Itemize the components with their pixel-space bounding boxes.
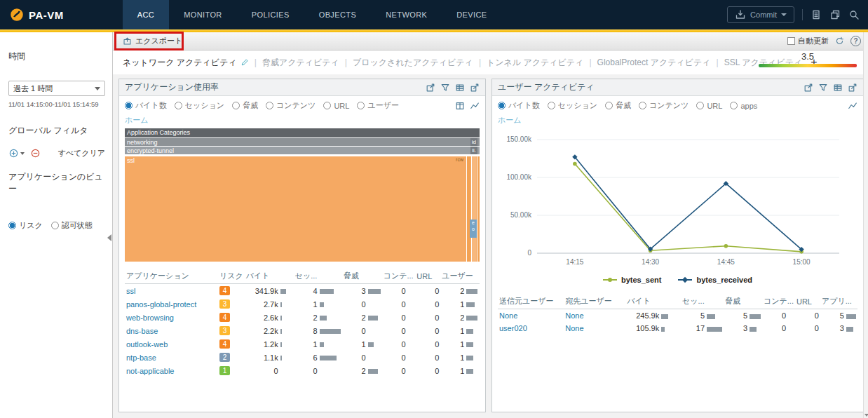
time-range-select[interactable]: 過去 1 時間 xyxy=(8,81,105,96)
app-metric-radio[interactable]: URL xyxy=(323,102,349,110)
sidebar-collapse-handle[interactable] xyxy=(107,234,111,241)
column-header[interactable]: コンテ... xyxy=(762,294,795,309)
nav-item-monitor[interactable]: MONITOR xyxy=(169,0,237,29)
column-header[interactable]: セッ... xyxy=(681,294,724,309)
treemap-sliver[interactable]: e o xyxy=(470,220,477,238)
app-metric-radio[interactable]: バイト数 xyxy=(125,100,167,111)
metric-cell: 245.9k xyxy=(625,309,681,323)
table-view-icon[interactable] xyxy=(833,83,843,93)
table-view-icon[interactable] xyxy=(455,83,465,93)
refresh-icon[interactable] xyxy=(835,36,844,46)
app-link[interactable]: ssl xyxy=(126,287,135,295)
user-metric-radio[interactable]: 脅威 xyxy=(605,100,631,111)
metric-value: 2 xyxy=(295,314,318,322)
acc-tab-1[interactable]: ネットワーク アクティビティ xyxy=(123,57,249,69)
app-metric-radio[interactable]: ユーザー xyxy=(357,100,399,111)
line-chart-svg: 050.00k100.00k150.00k14:1514:3014:4515:0… xyxy=(496,131,850,271)
nav-item-policies[interactable]: POLICIES xyxy=(237,0,304,29)
jump-to-logs-icon[interactable] xyxy=(426,83,435,93)
user-metric-radio[interactable]: コンテンツ xyxy=(639,100,689,111)
column-header[interactable]: 宛先ユーザー xyxy=(564,294,625,309)
remove-filter-button[interactable] xyxy=(25,148,41,159)
user-metric-radio[interactable]: URL xyxy=(696,102,722,110)
app-link[interactable]: web-browsing xyxy=(126,314,174,322)
application-treemap[interactable]: Application Categories networking id enc… xyxy=(125,128,480,262)
source-user-link[interactable]: None xyxy=(499,311,517,320)
destination-user-link[interactable]: None xyxy=(565,324,583,332)
filter-funnel-icon[interactable] xyxy=(818,83,828,93)
app-metric-radio[interactable]: 脅威 xyxy=(232,100,258,111)
acc-tab-2[interactable]: 脅威アクティビティ xyxy=(262,57,339,69)
treemap-sliver[interactable] xyxy=(477,156,480,262)
panels-area: アプリケーション使用率 バイト数セッション脅威コンテンツURLユーザー xyxy=(113,74,868,418)
sanctioned-radio[interactable]: 認可状態 xyxy=(51,220,93,231)
column-header[interactable]: コンテ... xyxy=(382,269,416,284)
column-header[interactable]: セッ... xyxy=(294,269,342,284)
column-header[interactable]: リスク xyxy=(218,269,245,284)
source-user-link[interactable]: user020 xyxy=(499,324,527,332)
jump-to-logs-icon[interactable] xyxy=(803,83,813,93)
open-in-window-icon[interactable] xyxy=(470,83,480,93)
treemap-sliver[interactable] xyxy=(466,156,470,262)
column-header[interactable]: バイト xyxy=(625,294,681,309)
chart-toggle-icon[interactable] xyxy=(470,101,480,111)
breadcrumb-home[interactable]: ホーム xyxy=(119,113,485,128)
treemap-sliver[interactable] xyxy=(471,156,476,262)
app-link[interactable]: dns-base xyxy=(126,327,158,335)
add-filter-button[interactable] xyxy=(8,148,25,159)
commit-button[interactable]: Commit xyxy=(727,6,794,23)
app-link[interactable]: outlook-web xyxy=(126,340,168,349)
filter-funnel-icon[interactable] xyxy=(440,83,450,93)
column-header[interactable]: 脅威 xyxy=(342,269,382,284)
column-header[interactable]: URL xyxy=(415,269,440,284)
brand: PA-VM xyxy=(10,8,64,22)
edit-tab-pencil-icon[interactable] xyxy=(240,58,249,67)
help-icon[interactable]: ? xyxy=(850,36,861,46)
column-header[interactable]: アプリケーション xyxy=(125,269,218,284)
nav-item-network[interactable]: NETWORK xyxy=(371,0,442,29)
clear-all-button[interactable]: すべてクリア xyxy=(57,148,105,159)
user-metric-radio[interactable]: apps xyxy=(730,102,757,110)
windows-icon[interactable] xyxy=(829,9,841,20)
column-header[interactable]: バイト xyxy=(245,269,294,284)
user-metric-radio[interactable]: セッション xyxy=(548,100,597,111)
column-header[interactable]: URL xyxy=(795,294,820,309)
column-header[interactable]: 送信元ユーザー xyxy=(498,294,564,309)
radio-dot xyxy=(266,102,273,109)
nav-item-acc[interactable]: ACC xyxy=(123,0,169,29)
acc-tab-3[interactable]: ブロックされたアクティビティ xyxy=(353,57,473,69)
treemap-toggle-icon[interactable] xyxy=(455,101,465,111)
legend-item-bytes_sent[interactable]: bytes_sent xyxy=(603,276,661,284)
metric-value: 3 xyxy=(822,324,844,332)
app-link[interactable]: panos-global-protect xyxy=(126,300,196,309)
app-link[interactable]: ntp-base xyxy=(126,353,156,362)
search-icon[interactable] xyxy=(848,9,860,20)
treemap-block-ssl[interactable]: ssl rcw e o xyxy=(125,156,480,262)
app-link[interactable]: not-applicable xyxy=(126,367,175,375)
treemap-category-networking[interactable]: networking id xyxy=(125,137,480,146)
user-metric-radios: バイト数セッション脅威コンテンツURLapps xyxy=(498,100,757,111)
app-metric-radio[interactable]: セッション xyxy=(175,100,224,111)
user-metric-radio[interactable]: バイト数 xyxy=(498,100,540,111)
tasks-icon[interactable] xyxy=(811,9,822,20)
vertical-scrollbar[interactable] xyxy=(863,32,868,418)
column-header[interactable]: 脅威 xyxy=(724,294,762,309)
risk-radio[interactable]: リスク xyxy=(8,220,43,231)
acc-tab-4[interactable]: トンネル アクティビティ xyxy=(487,57,583,69)
breadcrumb-home[interactable]: ホーム xyxy=(492,113,863,128)
nav-item-device[interactable]: DEVICE xyxy=(442,0,501,29)
open-in-window-icon[interactable] xyxy=(848,83,857,93)
destination-user-link[interactable]: None xyxy=(565,311,583,320)
treemap-category-encrypted-tunnel[interactable]: encrypted-tunnel li. xyxy=(125,146,480,154)
export-button[interactable]: エクスポート xyxy=(118,34,187,48)
metric-value: 1 xyxy=(442,327,464,335)
acc-tab-5[interactable]: GlobalProtect アクティビティ xyxy=(597,57,711,69)
scroll-down-arrow[interactable] xyxy=(864,414,868,417)
column-header[interactable]: ユーザー xyxy=(440,269,480,284)
column-header[interactable]: アプリ... xyxy=(820,294,857,309)
nav-item-objects[interactable]: OBJECTS xyxy=(304,0,372,29)
legend-item-bytes_received[interactable]: bytes_received xyxy=(678,276,752,284)
auto-refresh-checkbox[interactable]: 自動更新 xyxy=(787,36,829,46)
chart-toggle-icon[interactable] xyxy=(848,101,857,111)
app-metric-radio[interactable]: コンテンツ xyxy=(266,100,316,111)
